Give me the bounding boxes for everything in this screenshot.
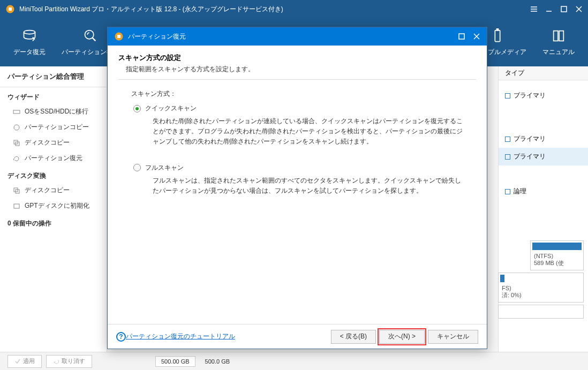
disk-preview-bar[interactable] bbox=[498, 305, 584, 319]
svg-point-3 bbox=[24, 30, 35, 34]
type-row[interactable]: プライマリ bbox=[499, 130, 588, 148]
back-button[interactable]: < 戻る(B) bbox=[331, 330, 376, 344]
undo-icon bbox=[53, 358, 59, 365]
square-icon bbox=[505, 137, 510, 142]
undo-button[interactable]: 取り消す bbox=[46, 355, 92, 368]
disk-preview-bar[interactable]: (NTFS)589 MB (使 bbox=[530, 240, 584, 270]
partition-recovery-dialog: パーティション復元 スキャン方式の設定 指定範囲をスキャンする方式を設定します。… bbox=[107, 27, 487, 349]
radio-icon bbox=[133, 164, 141, 171]
type-row[interactable]: プライマリ bbox=[499, 87, 588, 104]
sidebar-tab[interactable]: パーティション総合管理 bbox=[0, 66, 107, 87]
svg-rect-7 bbox=[13, 110, 20, 114]
apply-button[interactable]: 適用 bbox=[7, 355, 42, 368]
type-column-header[interactable]: タイプ bbox=[499, 66, 588, 80]
check-icon bbox=[14, 358, 21, 365]
tutorial-link[interactable]: パーティション復元のチュートリアル bbox=[126, 332, 235, 341]
quick-scan-radio[interactable]: クイックスキャン bbox=[133, 104, 465, 113]
svg-rect-2 bbox=[561, 6, 567, 12]
svg-point-4 bbox=[85, 30, 94, 39]
divider bbox=[118, 79, 476, 80]
recovery-icon bbox=[13, 155, 20, 162]
dialog-icon bbox=[114, 32, 124, 41]
dialog-title: パーティション復元 bbox=[128, 32, 458, 41]
partition-copy-icon bbox=[13, 124, 20, 131]
minimize-icon[interactable] bbox=[545, 5, 553, 13]
window-title: MiniTool Partition Wizard プロ・アルティメット版 12… bbox=[19, 5, 530, 14]
dialog-close-icon[interactable] bbox=[473, 33, 480, 40]
book-icon bbox=[551, 28, 566, 43]
svg-rect-6 bbox=[496, 28, 499, 31]
data-recovery-label: データ復元 bbox=[13, 48, 46, 57]
disk-copy-icon bbox=[13, 139, 20, 147]
dialog-heading: スキャン方式の設定 bbox=[118, 53, 476, 63]
cancel-button[interactable]: キャンセル bbox=[428, 330, 478, 344]
quick-scan-description: 失われた/削除されたパーティションが連続している場合、クイックスキャンはパーティ… bbox=[153, 116, 463, 147]
migrate-icon bbox=[13, 108, 20, 116]
app-icon bbox=[5, 4, 15, 14]
scan-method-legend: スキャン方式： bbox=[129, 89, 465, 99]
sidebar-item-gpt-init[interactable]: GPTディスクに初期化 bbox=[0, 198, 107, 214]
sidebar-item-disk-copy2[interactable]: ディスクコピー bbox=[0, 183, 107, 198]
svg-rect-15 bbox=[117, 35, 120, 38]
maximize-icon[interactable] bbox=[560, 5, 568, 13]
svg-rect-5 bbox=[495, 30, 500, 41]
sidebar-item-partition-recovery[interactable]: パーティション復元 bbox=[0, 150, 107, 166]
full-scan-radio[interactable]: フルスキャン bbox=[133, 163, 465, 172]
full-scan-description: フルスキャンは、指定されたスキャン範囲のすべてのセクタをスキャンします。クイック… bbox=[153, 176, 463, 196]
usb-icon bbox=[490, 28, 505, 43]
disk-size-label: 500.0 GB bbox=[200, 357, 235, 366]
dialog-subheading: 指定範囲をスキャンする方式を設定します。 bbox=[126, 65, 476, 74]
sidebar-section-convert: ディスク変換 bbox=[0, 166, 107, 183]
disk-size-cell: 500.00 GB bbox=[155, 356, 195, 367]
manual-label: マニュアル bbox=[542, 48, 575, 57]
full-scan-label: フルスキャン bbox=[145, 163, 184, 172]
close-icon[interactable] bbox=[575, 5, 583, 13]
radio-icon bbox=[133, 105, 141, 112]
menu-icon[interactable] bbox=[530, 5, 538, 13]
manual-button[interactable]: マニュアル bbox=[534, 21, 583, 64]
svg-point-8 bbox=[14, 125, 19, 130]
sidebar-item-disk-copy[interactable]: ディスクコピー bbox=[0, 135, 107, 150]
partition-recovery-icon bbox=[83, 28, 98, 43]
pending-operations: 0 保留中の操作 bbox=[0, 214, 107, 230]
next-button[interactable]: 次へ(N) > bbox=[379, 330, 425, 344]
sidebar-section-wizard: ウィザード bbox=[0, 87, 107, 104]
data-recovery-icon bbox=[22, 28, 37, 43]
disk-copy-icon bbox=[13, 187, 20, 194]
svg-rect-16 bbox=[459, 34, 464, 39]
dialog-maximize-icon[interactable] bbox=[458, 33, 465, 40]
disk-preview-bar[interactable]: FS)済: 0%) bbox=[498, 273, 584, 303]
sidebar-item-migrate-os[interactable]: OSをSSD/HDDに移行 bbox=[0, 104, 107, 119]
help-icon: ? bbox=[116, 332, 126, 342]
square-icon bbox=[505, 154, 510, 160]
data-recovery-button[interactable]: データ復元 bbox=[5, 21, 54, 64]
quick-scan-label: クイックスキャン bbox=[145, 104, 197, 113]
sidebar-item-partition-copy[interactable]: パーティションコピー bbox=[0, 119, 107, 135]
svg-rect-1 bbox=[9, 7, 12, 11]
type-row[interactable]: プライマリ bbox=[499, 148, 588, 165]
type-row[interactable]: 論理 bbox=[499, 183, 588, 200]
gpt-icon bbox=[13, 202, 20, 210]
square-icon bbox=[505, 189, 510, 194]
square-icon bbox=[505, 93, 510, 99]
svg-rect-13 bbox=[14, 204, 19, 208]
